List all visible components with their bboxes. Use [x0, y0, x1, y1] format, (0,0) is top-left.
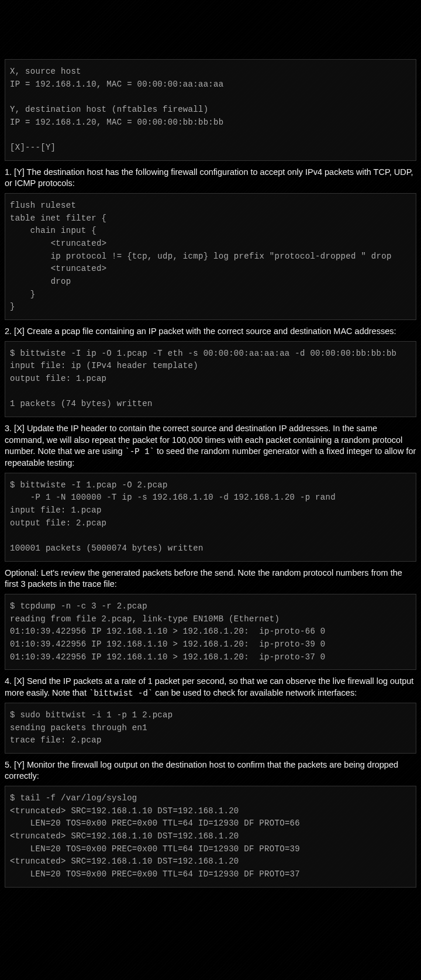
code-block-bittwiste-update: $ bittwiste -I 1.pcap -O 2.pcap -P 1 -N …: [5, 473, 416, 562]
code-block-topology: X, source host IP = 192.168.1.10, MAC = …: [5, 59, 416, 161]
step-4-text-b: can be used to check for available netwo…: [153, 688, 357, 697]
optional-text: Optional: Let's review the generated pac…: [5, 568, 416, 590]
code-block-bittwiste-create: $ bittwiste -I ip -O 1.pcap -T eth -s 00…: [5, 341, 416, 417]
code-block-nftables: flush ruleset table inet filter { chain …: [5, 193, 416, 320]
step-1-text: 1. [Y] The destination host has the foll…: [5, 167, 416, 190]
code-block-bittwist-send: $ sudo bittwist -i 1 -p 1 2.pcap sending…: [5, 703, 416, 754]
step-4-text: 4. [X] Send the IP packets at a rate of …: [5, 676, 416, 699]
code-block-tcpdump: $ tcpdump -n -c 3 -r 2.pcap reading from…: [5, 594, 416, 670]
step-2-text: 2. [X] Create a pcap file containing an …: [5, 326, 416, 338]
code-block-syslog: $ tail -f /var/log/syslog <truncated> SR…: [5, 786, 416, 888]
inline-code-p1: `-P 1`: [125, 447, 154, 456]
step-3-text: 3. [X] Update the IP header to contain t…: [5, 423, 416, 469]
inline-code-bittwist-d: `bittwist -d`: [89, 689, 153, 698]
step-5-text: 5. [Y] Monitor the firewall log output o…: [5, 759, 416, 782]
